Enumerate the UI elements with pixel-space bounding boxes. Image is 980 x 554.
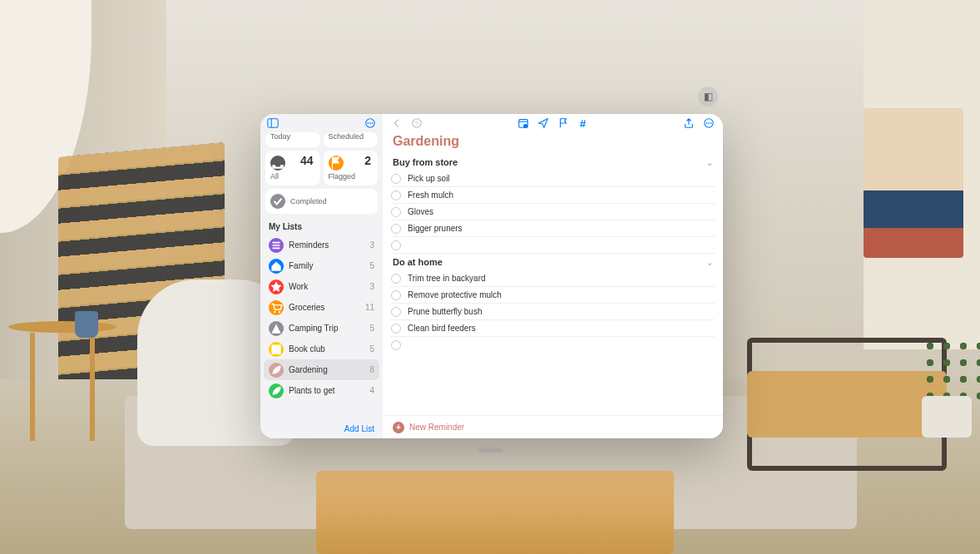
back-icon[interactable] bbox=[391, 117, 403, 129]
smart-today[interactable]: Today bbox=[265, 132, 320, 147]
task-row[interactable]: Pick up soil bbox=[391, 171, 715, 187]
list-count: 5 bbox=[369, 261, 374, 270]
task-row[interactable]: Remove protective mulch bbox=[391, 287, 715, 304]
smart-label: Scheduled bbox=[329, 132, 374, 141]
smart-scheduled[interactable]: Scheduled bbox=[324, 132, 379, 147]
reminders-window: Today Scheduled 44 All 2 Flagged bbox=[260, 114, 723, 438]
svg-point-19 bbox=[710, 122, 712, 124]
leaf-icon bbox=[269, 363, 284, 378]
smart-count: 2 bbox=[364, 154, 371, 167]
window-drag-handle[interactable] bbox=[478, 448, 503, 453]
task-row[interactable] bbox=[391, 337, 715, 354]
list-name: Camping Trip bbox=[289, 324, 364, 333]
task-row[interactable]: Fresh mulch bbox=[391, 187, 715, 204]
sidebar-list-camping-trip[interactable]: Camping Trip5 bbox=[260, 318, 383, 339]
calendar-icon[interactable] bbox=[517, 117, 529, 129]
list-count: 4 bbox=[369, 386, 374, 395]
task-radio[interactable] bbox=[391, 274, 401, 284]
task-title: Remove protective mulch bbox=[408, 290, 502, 299]
list-count: 11 bbox=[365, 303, 374, 312]
smart-flagged[interactable]: 2 Flagged bbox=[324, 151, 379, 185]
plus-icon[interactable]: + bbox=[393, 422, 404, 433]
sidebar-list-plants-to-get[interactable]: Plants to get4 bbox=[260, 380, 383, 401]
leaf-icon bbox=[269, 383, 284, 398]
sidebar-list-family[interactable]: Family5 bbox=[260, 255, 383, 276]
list-name: Reminders bbox=[289, 240, 364, 250]
list-name: Gardening bbox=[289, 365, 364, 374]
task-radio[interactable] bbox=[391, 290, 401, 300]
sidebar-list-groceries[interactable]: Groceries11 bbox=[260, 297, 383, 318]
book-icon bbox=[269, 342, 284, 357]
tag-icon[interactable]: # bbox=[577, 117, 589, 129]
svg-point-15 bbox=[523, 124, 527, 128]
list-name: Work bbox=[289, 282, 364, 291]
smart-all[interactable]: 44 All bbox=[265, 151, 320, 185]
list-count: 5 bbox=[369, 344, 374, 354]
task-radio[interactable] bbox=[391, 207, 401, 217]
svg-text:?: ? bbox=[415, 121, 418, 126]
list-icon bbox=[269, 238, 284, 253]
flag-toolbar-icon[interactable] bbox=[557, 117, 569, 129]
list-count: 8 bbox=[369, 365, 374, 374]
list-title: Gardening bbox=[383, 132, 723, 154]
task-radio[interactable] bbox=[391, 174, 401, 184]
tasks-content: Buy from store⌄Pick up soilFresh mulchGl… bbox=[383, 154, 723, 415]
task-title: Clean bird feeders bbox=[408, 324, 476, 333]
info-icon[interactable]: ? bbox=[411, 117, 423, 129]
task-row[interactable] bbox=[391, 237, 715, 254]
group-title: Do at home bbox=[393, 257, 443, 267]
main-pane: ? # Gardening Buy from store⌄Pick up soi… bbox=[383, 114, 723, 438]
list-name: Plants to get bbox=[289, 386, 364, 395]
task-radio[interactable] bbox=[391, 324, 401, 334]
list-name: Groceries bbox=[289, 303, 360, 312]
task-row[interactable]: Bigger pruners bbox=[391, 220, 715, 237]
task-title: Fresh mulch bbox=[408, 190, 453, 200]
more-icon[interactable] bbox=[364, 117, 376, 129]
task-row[interactable]: Trim tree in backyard bbox=[391, 270, 715, 287]
svg-point-5 bbox=[372, 122, 374, 124]
task-radio[interactable] bbox=[391, 190, 401, 200]
svg-point-9 bbox=[274, 310, 275, 312]
task-title: Trim tree in backyard bbox=[408, 274, 486, 283]
group-title: Buy from store bbox=[393, 157, 458, 167]
toggle-sidebar-icon[interactable] bbox=[267, 117, 279, 129]
sidebar-list-work[interactable]: Work3 bbox=[260, 276, 383, 297]
smart-count: 44 bbox=[300, 154, 314, 167]
more-main-icon[interactable] bbox=[703, 117, 715, 129]
task-row[interactable]: Clean bird feeders bbox=[391, 320, 715, 337]
cart-icon bbox=[269, 300, 284, 315]
sidebar-list-reminders[interactable]: Reminders3 bbox=[260, 235, 383, 255]
smart-completed[interactable]: Completed bbox=[265, 189, 378, 214]
sidebar-list-book-club[interactable]: Book club5 bbox=[260, 339, 383, 359]
my-lists-header: My Lists bbox=[260, 219, 383, 235]
lists-container: Reminders3Family5Work3Groceries11Camping… bbox=[260, 235, 383, 421]
group-header[interactable]: Do at home⌄ bbox=[391, 254, 715, 270]
flag-icon bbox=[329, 156, 344, 171]
task-title: Pick up soil bbox=[408, 174, 450, 183]
smart-lists-grid: Today Scheduled 44 All 2 Flagged bbox=[260, 132, 383, 219]
house-icon bbox=[269, 259, 284, 274]
inbox-icon bbox=[270, 156, 285, 171]
group-header[interactable]: Buy from store⌄ bbox=[391, 154, 715, 171]
task-radio[interactable] bbox=[391, 240, 401, 250]
task-row[interactable]: Gloves bbox=[391, 204, 715, 220]
task-title: Gloves bbox=[408, 207, 433, 216]
spatial-control-button[interactable]: ◧ bbox=[698, 87, 718, 106]
list-name: Book club bbox=[289, 344, 364, 354]
svg-point-10 bbox=[279, 310, 280, 312]
new-reminder-button[interactable]: New Reminder bbox=[409, 423, 464, 432]
list-count: 5 bbox=[369, 324, 374, 333]
location-icon[interactable] bbox=[537, 117, 549, 129]
tent-icon bbox=[269, 321, 284, 336]
task-title: Prune butterfly bush bbox=[408, 307, 483, 316]
task-row[interactable]: Prune butterfly bush bbox=[391, 304, 715, 320]
svg-point-3 bbox=[368, 122, 369, 124]
task-radio[interactable] bbox=[391, 307, 401, 317]
add-list-button[interactable]: Add List bbox=[344, 424, 374, 433]
share-icon[interactable] bbox=[683, 117, 695, 129]
list-count: 3 bbox=[369, 282, 374, 291]
task-radio[interactable] bbox=[391, 340, 401, 350]
task-radio[interactable] bbox=[391, 224, 401, 234]
svg-rect-0 bbox=[268, 119, 278, 128]
sidebar-list-gardening[interactable]: Gardening8 bbox=[264, 359, 379, 380]
